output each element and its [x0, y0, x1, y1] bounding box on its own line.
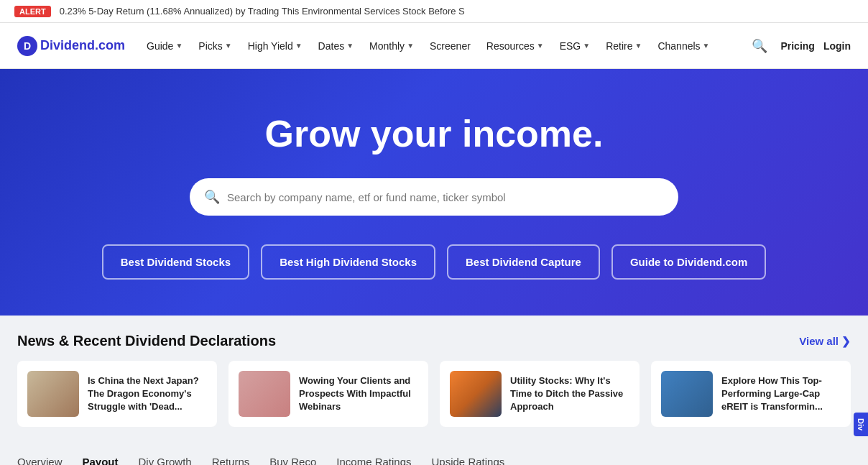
nav-item-picks[interactable]: Picks▼	[191, 34, 239, 57]
hero-section: Grow your income. 🔍 Best Dividend Stocks…	[0, 69, 868, 316]
logo[interactable]: D Dividend.com	[17, 36, 125, 56]
nav-item-monthly[interactable]: Monthly▼	[362, 34, 421, 57]
search-button[interactable]: 🔍	[747, 34, 772, 58]
search-bar: 🔍	[190, 178, 678, 216]
nav-item-retire[interactable]: Retire▼	[599, 34, 649, 57]
tabs-section: OverviewPayoutDiv GrowthReturnsBuy RecoI…	[0, 441, 868, 465]
nav-right: 🔍 Pricing Login	[747, 34, 851, 58]
tab-div-growth[interactable]: Div Growth	[139, 456, 192, 465]
tab-overview[interactable]: Overview	[17, 456, 63, 465]
nav-item-resources[interactable]: Resources▼	[479, 34, 551, 57]
navbar: D Dividend.com Guide▼Picks▼High Yield▼Da…	[0, 23, 868, 69]
alert-text: 0.23% 5-Day Return (11.68% Annualized) b…	[60, 6, 465, 17]
news-thumb-1	[239, 371, 290, 417]
nav-item-channels[interactable]: Channels▼	[650, 34, 716, 57]
nav-item-screener[interactable]: Screener	[423, 34, 478, 57]
news-card-2[interactable]: Utility Stocks: Why It's Time to Ditch t…	[440, 361, 640, 427]
hero-title: Grow your income.	[265, 112, 604, 155]
news-thumb-2	[450, 371, 502, 417]
news-card-1[interactable]: Wowing Your Clients and Prospects With I…	[228, 361, 428, 427]
pricing-link[interactable]: Pricing	[780, 40, 814, 52]
nav-items: Guide▼Picks▼High Yield▼Dates▼Monthly▼Scr…	[139, 34, 744, 57]
news-headline-2: Utility Stocks: Why It's Time to Ditch t…	[510, 374, 629, 414]
tab-income-ratings[interactable]: Income Ratings	[336, 456, 411, 465]
login-link[interactable]: Login	[823, 40, 851, 52]
logo-icon: D	[17, 36, 37, 56]
side-widget[interactable]: Div	[854, 413, 868, 436]
tabs-row: OverviewPayoutDiv GrowthReturnsBuy RecoI…	[17, 456, 851, 465]
news-cards: Is China the Next Japan? The Dragon Econ…	[17, 361, 851, 427]
news-card-3[interactable]: Explore How This Top-Performing Large-Ca…	[651, 361, 851, 427]
nav-item-guide[interactable]: Guide▼	[139, 34, 190, 57]
news-thumb-3	[661, 371, 713, 417]
search-input[interactable]	[227, 191, 664, 203]
tab-returns[interactable]: Returns	[212, 456, 250, 465]
news-section: News & Recent Dividend Declarations View…	[0, 316, 868, 441]
tab-upside-ratings[interactable]: Upside Ratings	[432, 456, 505, 465]
hero-btn-best-dividend-capture[interactable]: Best Dividend Capture	[447, 244, 600, 280]
news-headline-3: Explore How This Top-Performing Large-Ca…	[721, 374, 841, 414]
news-header: News & Recent Dividend Declarations View…	[17, 333, 851, 349]
tab-payout[interactable]: Payout	[83, 456, 119, 465]
news-headline-0: Is China the Next Japan? The Dragon Econ…	[88, 374, 207, 414]
news-card-0[interactable]: Is China the Next Japan? The Dragon Econ…	[17, 361, 217, 427]
nav-item-esg[interactable]: ESG▼	[553, 34, 597, 57]
news-headline-1: Wowing Your Clients and Prospects With I…	[299, 374, 418, 414]
tab-buy-reco[interactable]: Buy Reco	[269, 456, 316, 465]
alert-badge: ALERT	[14, 6, 51, 17]
news-thumb-0	[27, 371, 79, 417]
nav-item-dates[interactable]: Dates▼	[311, 34, 361, 57]
news-section-title: News & Recent Dividend Declarations	[17, 333, 276, 349]
alert-bar: ALERT 0.23% 5-Day Return (11.68% Annuali…	[0, 0, 868, 23]
nav-item-high-yield[interactable]: High Yield▼	[241, 34, 310, 57]
search-bar-icon: 🔍	[204, 189, 220, 205]
logo-text: Dividend.com	[40, 38, 125, 53]
hero-buttons: Best Dividend StocksBest High Dividend S…	[102, 244, 767, 280]
hero-btn-guide-to-dividendcom[interactable]: Guide to Dividend.com	[611, 244, 766, 280]
hero-btn-best-high-dividend-stocks[interactable]: Best High Dividend Stocks	[261, 244, 435, 280]
hero-btn-best-dividend-stocks[interactable]: Best Dividend Stocks	[102, 244, 249, 280]
view-all-link[interactable]: View all ❯	[799, 335, 851, 348]
